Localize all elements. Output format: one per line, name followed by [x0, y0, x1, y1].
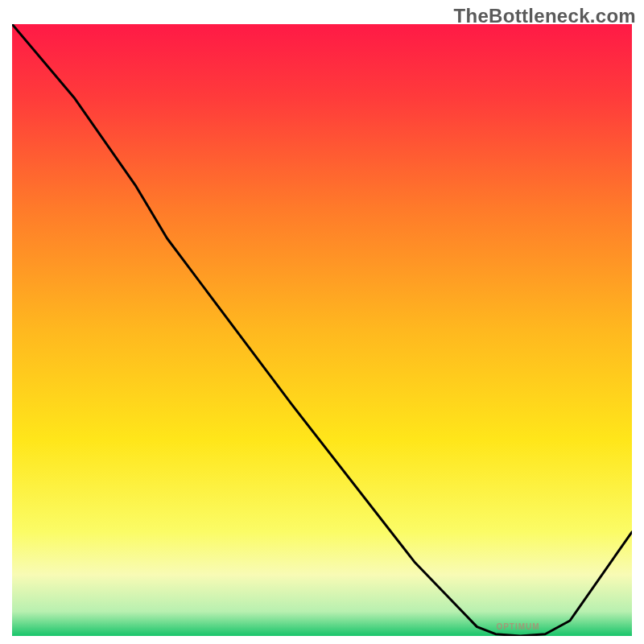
chart-svg — [12, 24, 632, 636]
gradient-background — [12, 24, 632, 636]
optimum-marker: OPTIMUM — [496, 622, 539, 631]
chart-area — [12, 24, 632, 636]
